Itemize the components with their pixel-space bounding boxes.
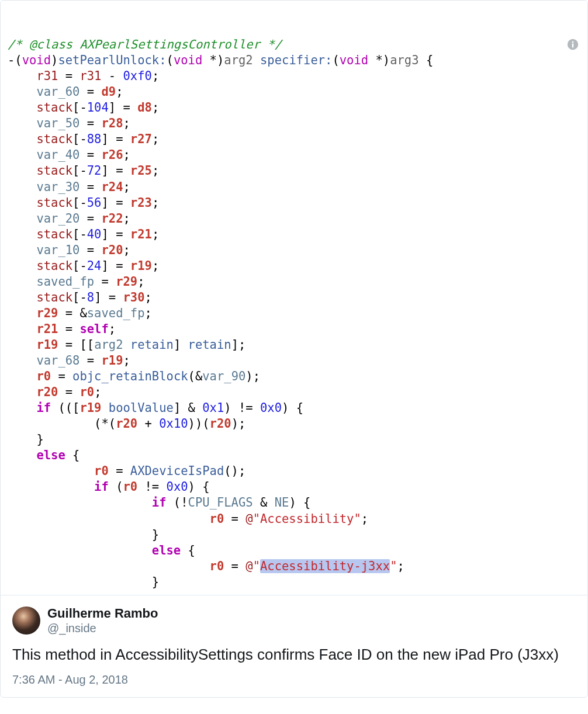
code-var: var_90 bbox=[202, 369, 245, 383]
code-token: ; bbox=[152, 196, 159, 210]
code-token: ; bbox=[145, 290, 152, 304]
code-type: void bbox=[22, 53, 51, 67]
code-token: = bbox=[79, 243, 101, 257]
code-token: = bbox=[224, 512, 245, 526]
code-reg: r21 bbox=[130, 227, 152, 241]
code-var: stack bbox=[36, 259, 72, 273]
code-token: ) bbox=[51, 53, 58, 67]
code-var: CPU_FLAGS bbox=[188, 495, 253, 509]
code-at: @ bbox=[245, 512, 253, 526]
code-at: @ bbox=[245, 559, 253, 573]
code-reg: r0 bbox=[36, 369, 51, 383]
code-var: stack bbox=[36, 132, 72, 146]
timestamp-link[interactable]: 7:36 AM - Aug 2, 2018 bbox=[12, 673, 128, 686]
code-token: = [[ bbox=[58, 338, 94, 352]
code-token: } bbox=[36, 432, 43, 446]
code-reg: r29 bbox=[116, 275, 137, 289]
code-token: = bbox=[58, 69, 79, 83]
code-token: ] = bbox=[101, 259, 130, 273]
code-reg: r0 bbox=[210, 512, 224, 526]
code-reg: r0 bbox=[94, 464, 109, 478]
code-token: = bbox=[79, 353, 101, 368]
code-token: (([ bbox=[51, 401, 79, 415]
code-reg: r28 bbox=[101, 116, 123, 130]
code-token: ; bbox=[123, 116, 130, 130]
code-type: void bbox=[340, 53, 368, 67]
code-token: = bbox=[51, 369, 72, 383]
code-call: retain bbox=[188, 338, 231, 352]
code-kw: if bbox=[94, 480, 109, 494]
code-var: saved_fp bbox=[36, 275, 94, 289]
code-token: ; bbox=[397, 559, 404, 573]
code-reg: r0 bbox=[123, 480, 137, 494]
code-token bbox=[101, 401, 108, 415]
code-token: (); bbox=[224, 464, 245, 478]
code-num: 40 bbox=[87, 227, 102, 241]
code-num: 8 bbox=[87, 290, 94, 304]
code-var: var_60 bbox=[36, 85, 79, 99]
code-token: ; bbox=[116, 85, 123, 99]
code-token: + bbox=[137, 417, 159, 431]
code-arg: arg2 bbox=[224, 53, 253, 67]
code-kw: else bbox=[152, 543, 181, 557]
code-token: & bbox=[253, 495, 275, 509]
code-kw: if bbox=[36, 401, 51, 415]
tweet-timestamp[interactable]: 7:36 AM - Aug 2, 2018 bbox=[12, 673, 576, 687]
code-token: ; bbox=[152, 69, 159, 83]
code-reg: r27 bbox=[130, 132, 152, 146]
code-token: = bbox=[79, 212, 101, 226]
code-type: void bbox=[174, 53, 202, 67]
code-reg: r24 bbox=[101, 180, 123, 194]
code-method: specifier: bbox=[260, 53, 332, 67]
code-token: ; bbox=[152, 259, 159, 273]
code-token: [- bbox=[72, 164, 87, 178]
tweet-header[interactable]: Guilherme Rambo @_inside bbox=[12, 606, 576, 635]
code-num: 0x0 bbox=[260, 401, 282, 415]
code-token: = bbox=[79, 85, 101, 99]
code-reg: r29 bbox=[36, 306, 58, 320]
code-reg: d8 bbox=[137, 100, 152, 115]
code-reg: r19 bbox=[36, 338, 58, 352]
code-token: ; bbox=[152, 164, 159, 178]
code-token: ; bbox=[123, 353, 130, 368]
code-token: = bbox=[79, 116, 101, 130]
code-token: [- bbox=[72, 259, 87, 273]
code-reg: r20 bbox=[116, 417, 137, 431]
code-token: ) bbox=[217, 53, 224, 67]
info-icon[interactable] bbox=[566, 6, 579, 19]
user-name[interactable]: Guilherme Rambo bbox=[47, 606, 158, 621]
code-token: ; bbox=[137, 275, 144, 289]
code-var: var_50 bbox=[36, 116, 79, 130]
code-string-highlighted: Accessibility-j3xx bbox=[260, 559, 390, 573]
tweet-text: This method in AccessibilitySettings con… bbox=[12, 644, 576, 665]
code-token: * bbox=[368, 53, 383, 67]
code-var: stack bbox=[36, 196, 72, 210]
svg-rect-2 bbox=[572, 43, 574, 47]
code-var: var_68 bbox=[36, 353, 79, 368]
code-token: ( bbox=[332, 53, 339, 67]
code-token: ; bbox=[145, 306, 152, 320]
code-token: ] = bbox=[101, 196, 130, 210]
avatar[interactable] bbox=[12, 606, 40, 635]
code-token: [- bbox=[72, 290, 87, 304]
code-token: = bbox=[58, 322, 79, 336]
code-arg: arg3 bbox=[390, 53, 418, 67]
user-handle[interactable]: @_inside bbox=[47, 621, 158, 635]
code-reg: r23 bbox=[130, 196, 152, 210]
code-token: -( bbox=[8, 53, 22, 67]
code-token: - bbox=[101, 69, 123, 83]
code-token: (& bbox=[188, 369, 203, 383]
code-num: 72 bbox=[87, 164, 102, 178]
code-preview: /* @class AXPearlSettingsController */ -… bbox=[1, 1, 587, 595]
code-token: ; bbox=[123, 243, 130, 257]
code-token: ) bbox=[383, 53, 390, 67]
code-num: 0x1 bbox=[202, 401, 224, 415]
code-token: = bbox=[94, 275, 116, 289]
code-reg: r20 bbox=[210, 417, 231, 431]
code-token: ; bbox=[152, 227, 159, 241]
code-token: { bbox=[181, 543, 195, 557]
code-token: ] = bbox=[101, 227, 130, 241]
code-token: ; bbox=[123, 212, 130, 226]
code-token: ( bbox=[109, 480, 123, 494]
code-token: ] & bbox=[174, 401, 202, 415]
